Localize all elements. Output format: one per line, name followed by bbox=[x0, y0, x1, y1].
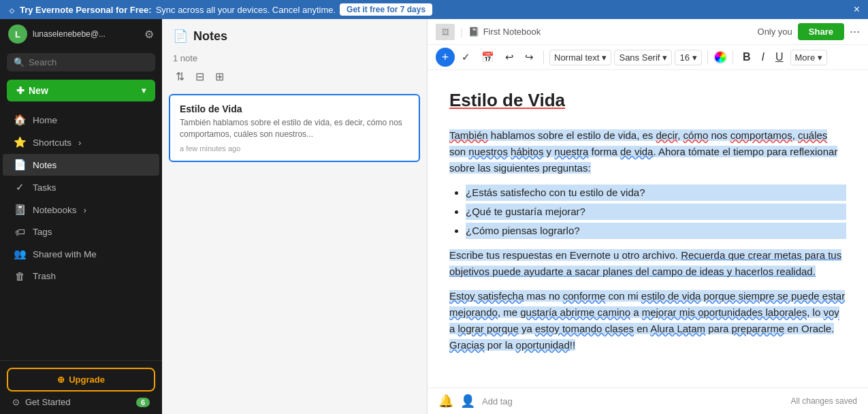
editor-content[interactable]: Estilo de Vida También hablamos sobre el… bbox=[428, 70, 868, 387]
redo-button[interactable]: ↪ bbox=[521, 48, 538, 66]
text-style-select[interactable]: Normal text ▾ bbox=[549, 50, 611, 65]
sidebar-item-label: Trash bbox=[33, 271, 56, 281]
body-paragraph-3: Estoy satisfecha mas no conforme con mi … bbox=[449, 288, 846, 353]
chevron-down-icon: ▾ bbox=[662, 52, 667, 63]
notes-toolbar: ⇅ ⊟ ⊞ bbox=[162, 69, 427, 90]
chevron-down-icon: ▾ bbox=[142, 86, 146, 95]
chevron-down-icon: ▾ bbox=[818, 52, 822, 63]
trash-icon: 🗑 bbox=[14, 270, 26, 282]
search-icon: 🔍 bbox=[14, 57, 25, 67]
home-icon: 🏠 bbox=[14, 114, 26, 126]
sidebar-item-label: Tasks bbox=[33, 182, 57, 193]
sidebar-item-tasks[interactable]: ✓ Tasks bbox=[3, 176, 159, 198]
sort-button[interactable]: ⇅ bbox=[173, 69, 187, 84]
chevron-down-icon: ▾ bbox=[692, 52, 697, 63]
gear-icon[interactable]: ⚙ bbox=[144, 28, 154, 41]
list-item: ¿Cómo piensas lograrlo? bbox=[466, 223, 846, 239]
tasks-icon: ✓ bbox=[14, 181, 26, 193]
questions-list: ¿Estás satisfecho con tu estilo de vida?… bbox=[466, 185, 846, 239]
upgrade-icon: ⊕ bbox=[57, 375, 65, 385]
checklist-button[interactable]: ✓ bbox=[457, 48, 475, 66]
search-label: Search bbox=[29, 57, 57, 67]
notes-count: 1 note bbox=[162, 48, 427, 69]
get-started-icon: ⊙ bbox=[12, 397, 20, 407]
user-email: lunaselenebebe@... bbox=[33, 29, 139, 39]
sidebar-item-notes[interactable]: 📄 Notes bbox=[3, 154, 159, 176]
notebook-icon: 📓 bbox=[468, 27, 479, 37]
italic-button[interactable]: I bbox=[757, 48, 768, 66]
more-format-select[interactable]: More ▾ bbox=[790, 50, 828, 65]
notes-title-icon: 📄 bbox=[173, 29, 188, 44]
notes-header: 📄 Notes bbox=[162, 19, 427, 48]
body-paragraph-2: Escribe tus respuestas en Evernote u otr… bbox=[449, 247, 846, 280]
get-started-badge: 6 bbox=[136, 398, 150, 407]
note-card-preview: También hablamos sobre el estilo de vida… bbox=[180, 117, 409, 140]
sidebar-nav: 🏠 Home ⭐ Shortcuts › 📄 Notes ✓ Tasks 📓 N… bbox=[0, 106, 162, 360]
editor-title: Estilo de Vida bbox=[449, 86, 846, 115]
get-started-row[interactable]: ⊙ Get Started 6 bbox=[7, 392, 155, 407]
sidebar-item-home[interactable]: 🏠 Home bbox=[3, 109, 159, 131]
new-button[interactable]: ✚ New ▾ bbox=[7, 80, 155, 101]
editor-topbar: 🖼 | 📓 First Notebook Only you Share ··· bbox=[428, 19, 868, 45]
banner-text-body: Sync across all your devices. Cancel any… bbox=[156, 5, 336, 15]
toolbar-divider bbox=[543, 50, 544, 64]
toolbar-divider2 bbox=[707, 50, 708, 64]
sidebar-item-label: Notes bbox=[33, 160, 57, 170]
chevron-right-icon: › bbox=[84, 205, 87, 215]
format-toolbar: + ✓ 📅 ↩ ↪ Normal text ▾ Sans Serif ▾ 16 … bbox=[428, 45, 868, 70]
banner-logo: ⬦ bbox=[8, 3, 16, 17]
topbar-divider: | bbox=[460, 27, 463, 37]
note-card-title: Estilo de Vida bbox=[180, 104, 409, 114]
sidebar-item-tags[interactable]: 🏷 Tags bbox=[3, 221, 159, 242]
tags-icon: 🏷 bbox=[14, 226, 26, 238]
underline-button[interactable]: U bbox=[771, 48, 788, 66]
add-content-button[interactable]: + bbox=[436, 48, 455, 67]
image-placeholder[interactable]: 🖼 bbox=[436, 24, 455, 40]
undo-button[interactable]: ↩ bbox=[501, 48, 518, 66]
note-card-time: a few minutes ago bbox=[180, 144, 409, 153]
sidebar-item-label: Notebooks bbox=[33, 205, 77, 215]
list-item: ¿Estás satisfecho con tu estilo de vida? bbox=[466, 185, 846, 201]
sidebar-item-shared[interactable]: 👥 Shared with Me bbox=[3, 243, 159, 265]
editor-body[interactable]: También hablamos sobre el estilo de vida… bbox=[449, 127, 846, 353]
sidebar-item-label: Shortcuts bbox=[33, 138, 71, 148]
editor-panel: 🖼 | 📓 First Notebook Only you Share ··· … bbox=[428, 19, 868, 414]
body-paragraph-1: También hablamos sobre el estilo de vida… bbox=[449, 127, 846, 176]
promo-banner: ⬦ Try Evernote Personal for Free: Sync a… bbox=[0, 0, 868, 19]
new-plus-icon: ✚ New bbox=[16, 85, 48, 96]
share-button[interactable]: Share bbox=[798, 23, 844, 40]
avatar: L bbox=[8, 25, 27, 44]
editor-footer: 🔔 👤 Add tag All changes saved bbox=[428, 387, 868, 414]
more-options-button[interactable]: ··· bbox=[850, 25, 860, 39]
user-profile[interactable]: L lunaselenebebe@... ⚙ bbox=[0, 19, 162, 49]
sidebar-item-notebooks[interactable]: 📓 Notebooks › bbox=[3, 199, 159, 221]
font-family-select[interactable]: Sans Serif ▾ bbox=[614, 50, 672, 65]
toolbar-divider3 bbox=[733, 50, 733, 64]
banner-cta-button[interactable]: Get it free for 7 days bbox=[340, 3, 432, 16]
reminder-icon[interactable]: 🔔 bbox=[438, 394, 453, 409]
share-note-icon[interactable]: 👤 bbox=[460, 394, 475, 409]
banner-text-prefix: Try Evernote Personal for Free: bbox=[20, 5, 152, 15]
sidebar-item-trash[interactable]: 🗑 Trash bbox=[3, 266, 159, 287]
notes-icon: 📄 bbox=[14, 159, 26, 171]
banner-close-button[interactable]: × bbox=[854, 3, 860, 16]
font-size-select[interactable]: 16 ▾ bbox=[675, 50, 701, 65]
sidebar-item-label: Tags bbox=[33, 227, 52, 237]
sidebar-item-label: Home bbox=[33, 115, 57, 125]
bold-button[interactable]: B bbox=[739, 48, 755, 66]
color-picker-button[interactable] bbox=[713, 50, 727, 64]
notebooks-icon: 📓 bbox=[14, 204, 26, 216]
shortcuts-icon: ⭐ bbox=[14, 136, 26, 148]
sidebar: L lunaselenebebe@... ⚙ 🔍 Search ✚ New ▾ … bbox=[0, 19, 162, 414]
filter-button[interactable]: ⊟ bbox=[193, 69, 207, 84]
shared-icon: 👥 bbox=[14, 248, 26, 260]
calendar-button[interactable]: 📅 bbox=[477, 48, 498, 66]
notebook-path[interactable]: 📓 First Notebook bbox=[468, 27, 541, 37]
upgrade-button[interactable]: ⊕ Upgrade bbox=[7, 368, 155, 392]
note-card[interactable]: Estilo de Vida También hablamos sobre el… bbox=[169, 94, 420, 162]
add-tag-button[interactable]: Add tag bbox=[482, 396, 784, 407]
search-bar[interactable]: 🔍 Search bbox=[7, 53, 155, 71]
notes-title: 📄 Notes bbox=[173, 29, 227, 44]
view-toggle-button[interactable]: ⊞ bbox=[212, 69, 227, 84]
sidebar-item-shortcuts[interactable]: ⭐ Shortcuts › bbox=[3, 131, 159, 153]
